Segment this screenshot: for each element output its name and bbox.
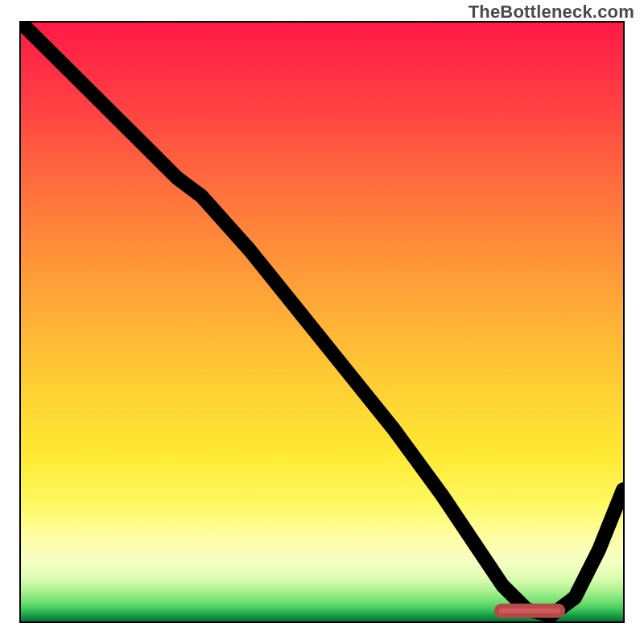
watermark-text: TheBottleneck.com xyxy=(469,2,634,23)
plot-area xyxy=(19,21,625,623)
curve-svg xyxy=(21,23,623,621)
bottleneck-curve xyxy=(21,23,623,616)
optimal-range-marker xyxy=(497,606,563,616)
chart-container: TheBottleneck.com xyxy=(0,0,644,644)
